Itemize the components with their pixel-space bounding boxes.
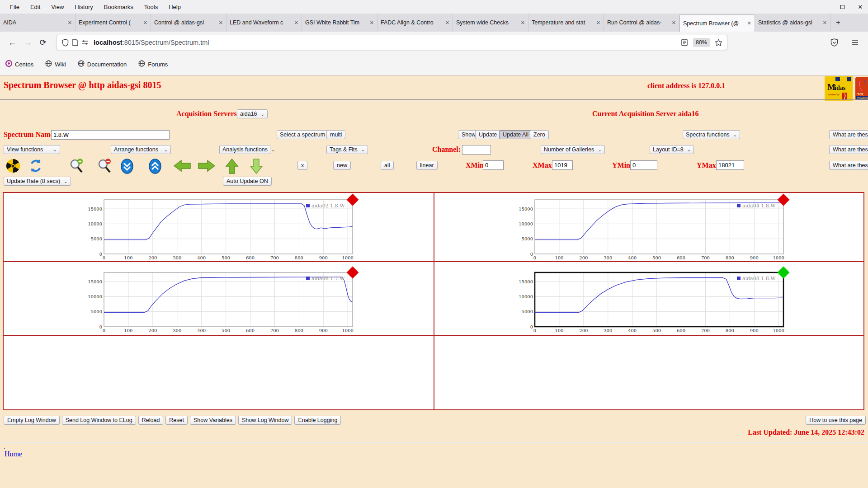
spectra-functions-select[interactable]: Spectra functions⌄ — [683, 130, 740, 139]
hamburger-menu-icon[interactable] — [850, 38, 860, 47]
tab-10[interactable]: Statistics @ aidas-gsi ✕ — [755, 14, 830, 32]
reset-button[interactable]: Reset — [165, 416, 188, 425]
menu-edit[interactable]: Edit — [25, 2, 46, 12]
bookmark-star-icon[interactable] — [713, 38, 723, 47]
tab-close-icon[interactable]: ✕ — [823, 20, 827, 26]
how-to-use-button[interactable]: How to use this page — [806, 416, 866, 425]
page-info-icon[interactable] — [70, 38, 80, 47]
update-all-button[interactable]: Update All — [499, 130, 532, 139]
shield-icon[interactable] — [60, 38, 70, 47]
acquisition-server-select[interactable]: aida16⌄ — [237, 109, 268, 118]
what-are-these-button-2[interactable]: What are these? — [829, 145, 868, 154]
pocket-shield-icon[interactable] — [829, 38, 839, 47]
show-log-window-button[interactable]: Show Log Window — [238, 416, 292, 425]
spectrum-name-input[interactable] — [51, 130, 170, 140]
analysis-functions-select[interactable]: Analysis functions⌄ — [219, 145, 270, 154]
arrow-up-icon[interactable] — [225, 158, 240, 174]
tab-3[interactable]: LED and Waveform c ✕ — [226, 14, 302, 32]
enable-logging-button[interactable]: Enable Logging — [294, 416, 341, 425]
arrow-left-icon[interactable] — [173, 159, 189, 174]
update-rate-select[interactable]: Update Rate (8 secs)⌄ — [4, 177, 71, 186]
spectrum-chart-aida02[interactable]: 0100200300400500600700800900100005000100… — [81, 195, 357, 261]
gallery-cell-3[interactable]: 0100200300400500600700800900100005000100… — [4, 262, 434, 334]
expand-up-icon[interactable] — [147, 158, 163, 174]
what-are-these-button-1[interactable]: What are these? — [829, 130, 868, 139]
new-button[interactable]: new — [333, 161, 351, 170]
zoom-in-icon[interactable] — [68, 158, 83, 174]
spectrum-chart-aida08[interactable]: 0100200300400500600700800900100005000100… — [512, 268, 788, 334]
gallery-cell-1[interactable]: 0100200300400500600700800900100005000100… — [4, 193, 434, 261]
collapse-down-icon[interactable] — [119, 158, 135, 174]
xmin-input[interactable] — [483, 160, 504, 170]
linear-button[interactable]: linear — [416, 161, 438, 170]
send-log-window-to-elog-button[interactable]: Send Log Window to ELog — [62, 416, 136, 425]
gallery-cell-5[interactable] — [3, 335, 434, 410]
tab-close-icon[interactable]: ✕ — [672, 20, 676, 26]
all-button[interactable]: all — [381, 161, 394, 170]
menu-tools[interactable]: Tools — [139, 2, 163, 12]
gallery-cell-4[interactable]: 0100200300400500600700800900100005000100… — [434, 262, 863, 334]
back-icon[interactable]: ← — [5, 35, 20, 50]
refresh-icon[interactable] — [28, 158, 43, 174]
url-text[interactable]: localhost:8015/Spectrum/Spectrum.tml — [94, 39, 209, 46]
tab-8[interactable]: Run Control @ aidas- ✕ — [604, 14, 679, 32]
update-button[interactable]: Update — [475, 130, 500, 139]
minimize-button[interactable] — [821, 4, 827, 10]
gallery-cell-6[interactable] — [434, 335, 864, 410]
tab-5[interactable]: FADC Align & Contro ✕ — [377, 14, 453, 32]
reload-icon[interactable]: ⟳ — [35, 35, 51, 50]
view-functions-select[interactable]: View functions⌄ — [4, 145, 60, 154]
arrow-right-icon[interactable] — [198, 159, 213, 174]
tab-2[interactable]: Control @ aidas-gsi ✕ — [151, 14, 226, 32]
reader-view-icon[interactable] — [679, 38, 689, 47]
menu-file[interactable]: File — [5, 2, 25, 12]
multi-button[interactable]: multi — [326, 130, 345, 139]
tags-fits-select[interactable]: Tags & Fits⌄ — [326, 145, 368, 154]
tab-close-icon[interactable]: ✕ — [445, 20, 449, 26]
arrange-functions-select[interactable]: Arrange functions⌄ — [111, 145, 171, 154]
tab-close-icon[interactable]: ✕ — [219, 20, 223, 26]
menu-help[interactable]: Help — [163, 2, 186, 12]
zero-button[interactable]: Zero — [530, 130, 549, 139]
spectrum-chart-aida04[interactable]: 0100200300400500600700800900100005000100… — [512, 195, 788, 261]
show-variables-button[interactable]: Show Variables — [190, 416, 236, 425]
tab-close-icon[interactable]: ✕ — [294, 20, 298, 26]
bookmark-forums[interactable]: Forums — [138, 60, 168, 68]
maximize-button[interactable] — [839, 4, 845, 10]
permissions-icon[interactable] — [80, 38, 90, 47]
empty-log-window-button[interactable]: Empty Log Window — [4, 416, 60, 425]
bookmark-centos[interactable]: Centos — [5, 60, 33, 68]
zoom-level-badge[interactable]: 80% — [693, 38, 710, 47]
zoom-out-icon[interactable] — [96, 158, 111, 174]
ymin-input[interactable] — [630, 160, 657, 170]
bookmark-documentation[interactable]: Documentation — [78, 60, 127, 68]
tab-close-icon[interactable]: ✕ — [747, 20, 751, 26]
layout-id-select[interactable]: Layout ID=8⌄ — [650, 145, 694, 154]
menu-bookmarks[interactable]: Bookmarks — [99, 2, 139, 12]
what-are-these-button-3[interactable]: What are these? — [829, 161, 868, 170]
url-bar[interactable]: localhost:8015/Spectrum/Spectrum.tml 80% — [56, 35, 727, 50]
tab-6[interactable]: System wide Checks ✕ — [453, 14, 528, 32]
tab-7[interactable]: Temperature and stat ✕ — [528, 14, 604, 32]
arrow-down-icon[interactable] — [249, 158, 264, 174]
tab-close-icon[interactable]: ✕ — [370, 20, 374, 26]
reload-button[interactable]: Reload — [138, 416, 164, 425]
tab-close-icon[interactable]: ✕ — [596, 20, 600, 26]
x-axis-button[interactable]: x — [297, 161, 307, 170]
menu-history[interactable]: History — [69, 2, 98, 12]
tab-close-icon[interactable]: ✕ — [521, 20, 525, 26]
tab-0[interactable]: AIDA ✕ — [0, 14, 75, 32]
spectrum-chart-aida06[interactable]: 0100200300400500600700800900100005000100… — [81, 268, 357, 334]
bookmark-wiki[interactable]: Wiki — [45, 60, 66, 68]
number-of-galleries-select[interactable]: Number of Galleries⌄ — [541, 145, 605, 154]
tab-close-icon[interactable]: ✕ — [143, 20, 147, 26]
channel-input[interactable] — [462, 145, 491, 155]
radiation-icon[interactable] — [5, 158, 21, 174]
tab-close-icon[interactable]: ✕ — [68, 20, 72, 26]
tab-4[interactable]: GSI White Rabbit Tim ✕ — [302, 14, 377, 32]
gallery-cell-2[interactable]: 0100200300400500600700800900100005000100… — [434, 193, 863, 261]
ymax-input[interactable] — [716, 160, 744, 170]
forward-icon[interactable]: → — [20, 35, 35, 50]
tab-9[interactable]: Spectrum Browser (@ ✕ — [679, 14, 755, 32]
tab-1[interactable]: Experiment Control ( ✕ — [75, 14, 151, 32]
